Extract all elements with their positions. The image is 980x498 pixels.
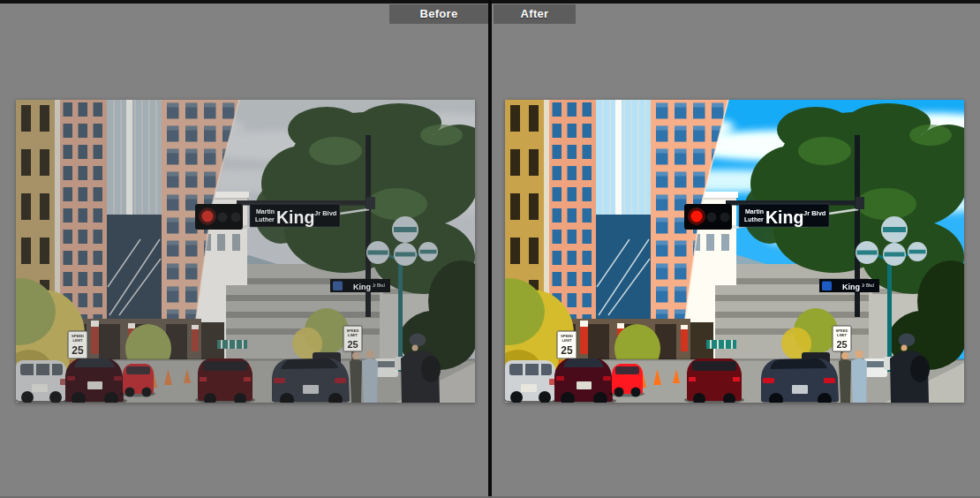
car-gray-sedan xyxy=(272,358,350,403)
panel-divider xyxy=(488,0,492,498)
helmet xyxy=(410,334,426,347)
distance-street-sign: King Jr Blvd xyxy=(819,279,879,292)
limit-text: LIMIT xyxy=(562,338,572,343)
sign-text-king: King xyxy=(765,208,803,227)
backpack xyxy=(421,356,441,382)
red-light xyxy=(691,211,703,223)
after-photo[interactable]: Martin Luther King Jr Blvd King Jr Blvd xyxy=(505,100,964,403)
backpack xyxy=(910,356,930,382)
sign-text-jrblvd: Jr Blvd xyxy=(314,209,337,217)
photo-scene: Martin Luther King Jr Blvd King Jr Blvd xyxy=(16,100,475,403)
sign-text-martin: Martin xyxy=(256,208,275,215)
car-gray-sedan xyxy=(761,358,839,403)
car-maroon-sedan xyxy=(553,358,616,403)
street-name-sign: Martin Luther King Jr Blvd xyxy=(250,204,340,227)
before-photo[interactable]: Martin Luther King Jr Blvd King Jr Blvd xyxy=(16,100,475,403)
distance-sign-jrblvd: Jr Blvd xyxy=(373,283,385,288)
workspace: { "tabs": { "before": "Before", "after":… xyxy=(0,0,980,498)
distance-sign-king: King xyxy=(842,283,860,291)
tab-before[interactable]: Before xyxy=(389,4,488,24)
sign-text-luther: Luther xyxy=(744,216,764,223)
limit-text: LIMIT xyxy=(837,333,847,337)
traffic-light xyxy=(195,204,243,230)
car-silver-suv xyxy=(16,360,71,403)
distance-sign-king: King xyxy=(353,283,371,291)
limit-text: LIMIT xyxy=(348,333,358,337)
helmet xyxy=(899,334,916,347)
license-plate xyxy=(303,385,319,394)
distance-sign-jrblvd: Jr Blvd xyxy=(862,283,874,288)
sign-text-jrblvd: Jr Blvd xyxy=(803,209,826,217)
speed-value: 25 xyxy=(836,339,847,350)
route-shield xyxy=(333,282,343,291)
awning xyxy=(706,340,736,349)
tab-after[interactable]: After xyxy=(494,4,576,24)
sign-text-luther: Luther xyxy=(255,216,275,223)
car-silver-suv xyxy=(505,360,560,403)
route-shield xyxy=(822,282,832,291)
photo-scene: Martin Luther King Jr Blvd King Jr Blvd xyxy=(505,100,964,403)
street-name-sign: Martin Luther King Jr Blvd xyxy=(739,204,829,227)
car-red xyxy=(609,364,645,397)
limit-text: LIMIT xyxy=(73,338,83,343)
speed-value: 25 xyxy=(347,339,358,350)
car-red xyxy=(120,364,155,397)
car-darkred xyxy=(195,358,255,403)
sign-text-martin: Martin xyxy=(745,208,764,215)
sign-text-king: King xyxy=(276,208,314,227)
license-plate xyxy=(792,385,808,394)
red-light xyxy=(202,211,214,223)
traffic-light xyxy=(684,204,732,230)
car-darkred xyxy=(684,358,744,403)
speed-value: 25 xyxy=(561,344,573,357)
awning xyxy=(217,340,247,349)
car-maroon-sedan xyxy=(64,358,127,403)
distance-street-sign: King Jr Blvd xyxy=(330,279,390,292)
speed-value: 25 xyxy=(72,344,84,357)
